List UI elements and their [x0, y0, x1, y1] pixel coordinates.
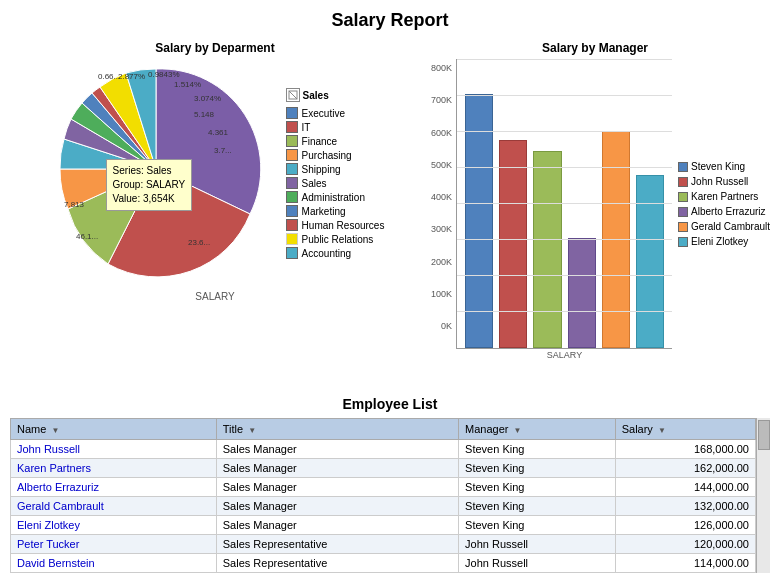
scrollbar-thumb[interactable]	[758, 420, 770, 450]
cell-salary: 120,000.00	[615, 535, 755, 554]
svg-text:0.9843%: 0.9843%	[148, 70, 180, 79]
col-manager[interactable]: Manager ▼	[459, 419, 616, 440]
svg-text:4.361: 4.361	[208, 128, 229, 137]
table-row: Gerald Cambrault Sales Manager Steven Ki…	[11, 497, 756, 516]
cell-name: Gerald Cambrault	[11, 497, 217, 516]
svg-line-12	[289, 91, 297, 99]
table-row: Peter Tucker Sales Representative John R…	[11, 535, 756, 554]
cell-salary: 162,000.00	[615, 459, 755, 478]
table-row: David Bernstein Sales Representative Joh…	[11, 554, 756, 573]
svg-text:2.877%: 2.877%	[118, 72, 145, 81]
cell-title: Sales Manager	[216, 478, 458, 497]
svg-text:5.148: 5.148	[194, 110, 215, 119]
table-row: Alberto Errazuriz Sales Manager Steven K…	[11, 478, 756, 497]
cell-manager: Steven King	[459, 497, 616, 516]
cell-salary: 168,000.00	[615, 440, 755, 459]
cell-salary: 132,000.00	[615, 497, 755, 516]
svg-text:7.813: 7.813	[64, 200, 85, 209]
pie-chart-section: Salary by Deparment	[0, 37, 420, 392]
cell-salary: 144,000.00	[615, 478, 755, 497]
employee-table: Name ▼ Title ▼ Manager ▼ Salary ▼ John R…	[10, 418, 756, 573]
cell-title: Sales Manager	[216, 440, 458, 459]
cell-manager: John Russell	[459, 535, 616, 554]
svg-text:1.514%: 1.514%	[174, 80, 201, 89]
table-row: Karen Partners Sales Manager Steven King…	[11, 459, 756, 478]
col-name[interactable]: Name ▼	[11, 419, 217, 440]
bar-karen-partners	[533, 151, 561, 348]
bar-eleni	[636, 175, 664, 348]
pie-axis-label: SALARY	[195, 291, 234, 302]
cell-title: Sales Manager	[216, 497, 458, 516]
cell-manager: John Russell	[459, 554, 616, 573]
bar-chart-title: Salary by Manager	[542, 41, 648, 55]
svg-text:23.6...: 23.6...	[188, 238, 210, 247]
employee-list-title: Employee List	[10, 396, 770, 412]
col-salary[interactable]: Salary ▼	[615, 419, 755, 440]
cell-title: Sales Manager	[216, 516, 458, 535]
cell-manager: Steven King	[459, 516, 616, 535]
svg-text:46.1...: 46.1...	[76, 232, 98, 241]
table-row: John Russell Sales Manager Steven King 1…	[11, 440, 756, 459]
bar-gerald	[602, 131, 630, 348]
bar-chart-section: Salary by Manager 800K 700K 600K 500K 40…	[420, 37, 780, 392]
bar-steven-king	[465, 94, 493, 348]
svg-text:3.074%: 3.074%	[194, 94, 221, 103]
cell-manager: Steven King	[459, 440, 616, 459]
pie-chart: 5.148 4.361 3.7... 3.074% 1.514% 0.9843%…	[46, 59, 276, 289]
cell-name: David Bernstein	[11, 554, 217, 573]
cell-title: Sales Representative	[216, 535, 458, 554]
cell-manager: Steven King	[459, 459, 616, 478]
col-title[interactable]: Title ▼	[216, 419, 458, 440]
pie-chart-title: Salary by Deparment	[155, 41, 274, 55]
bar-axis-label: SALARY	[457, 350, 672, 360]
manager-sort-icon: ▼	[514, 426, 522, 435]
cell-title: Sales Manager	[216, 459, 458, 478]
name-sort-icon: ▼	[51, 426, 59, 435]
scrollbar[interactable]	[756, 418, 770, 573]
cell-name: Karen Partners	[11, 459, 217, 478]
employee-list-section: Employee List Name ▼ Title ▼ Manager ▼ S…	[0, 392, 780, 573]
salary-sort-icon: ▼	[658, 426, 666, 435]
bar-john-russell	[499, 140, 527, 348]
cell-manager: Steven King	[459, 478, 616, 497]
cell-name: Alberto Errazuriz	[11, 478, 217, 497]
cell-name: Peter Tucker	[11, 535, 217, 554]
svg-text:3.7...: 3.7...	[214, 146, 232, 155]
cell-salary: 126,000.00	[615, 516, 755, 535]
table-row: Eleni Zlotkey Sales Manager Steven King …	[11, 516, 756, 535]
svg-text:0.66...: 0.66...	[98, 72, 120, 81]
title-sort-icon: ▼	[248, 426, 256, 435]
page-title: Salary Report	[0, 0, 780, 37]
cell-name: Eleni Zlotkey	[11, 516, 217, 535]
pie-legend: Sales Executive IT Finance Purchasing Sh…	[286, 88, 385, 260]
cell-name: John Russell	[11, 440, 217, 459]
bar-legend: Steven King John Russell Karen Partners …	[678, 59, 770, 349]
bar-alberto	[568, 238, 596, 348]
cell-title: Sales Representative	[216, 554, 458, 573]
cell-salary: 114,000.00	[615, 554, 755, 573]
